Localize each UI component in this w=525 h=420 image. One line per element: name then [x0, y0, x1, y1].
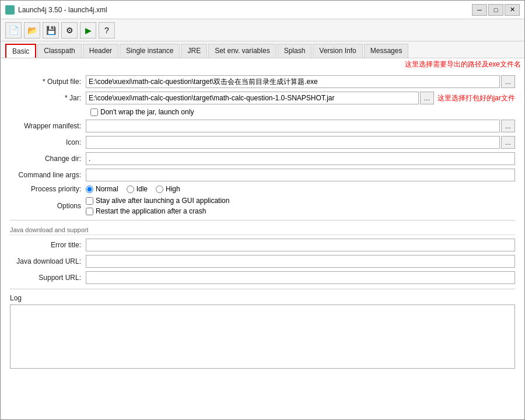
annotation-jar-hint: 这里选择打包好的jar文件: [438, 93, 515, 103]
minimize-button[interactable]: ─: [472, 4, 487, 16]
priority-idle-radio[interactable]: [127, 186, 134, 193]
priority-idle-label[interactable]: Idle: [127, 185, 148, 193]
process-priority-label: Process priority:: [10, 185, 86, 193]
stay-alive-label[interactable]: Stay alive after launching a GUI applica…: [86, 197, 229, 205]
log-textarea[interactable]: [10, 304, 515, 369]
tab-messages[interactable]: Messages: [364, 44, 409, 58]
icon-label: Icon:: [10, 138, 86, 146]
close-button[interactable]: ✕: [505, 4, 520, 16]
window-title: Launch4j 3.50 - launch4j.xml: [18, 6, 107, 14]
options-label: Options: [10, 202, 86, 210]
open-button[interactable]: 📂: [24, 22, 40, 38]
tab-set-env-variables[interactable]: Set env. variables: [208, 44, 276, 58]
java-download-url-input[interactable]: [86, 255, 515, 268]
separator: [10, 220, 515, 220]
toolbar: 📄 📂 💾 ⚙ ▶ ?: [1, 19, 524, 41]
main-content: * Output file: … * Jar: … 这里选择打包好的jar文件 …: [1, 69, 524, 419]
output-file-label: * Output file:: [10, 78, 86, 86]
tab-single-instance[interactable]: Single instance: [120, 44, 180, 58]
settings-button[interactable]: ⚙: [61, 22, 78, 38]
support-url-row: Support URL:: [10, 271, 515, 284]
wrapper-manifest-row: Wrapper manifest: …: [10, 120, 515, 132]
tab-classpath[interactable]: Classpath: [37, 44, 81, 58]
log-label: Log: [10, 294, 515, 302]
jar-input[interactable]: [86, 92, 419, 104]
icon-input[interactable]: [86, 136, 500, 149]
annotation-output-hint: 这里选择需要导出的路径及exe文件名: [1, 58, 524, 69]
jar-label: * Jar:: [10, 94, 86, 102]
save-button[interactable]: 💾: [43, 22, 59, 38]
restart-text: Restart the application after a crash: [96, 207, 206, 215]
priority-high-radio[interactable]: [156, 186, 163, 193]
change-dir-label: Change dir:: [10, 155, 86, 163]
priority-normal-text: Normal: [96, 185, 118, 193]
wrapper-manifest-browse-button[interactable]: …: [501, 120, 515, 132]
maximize-button[interactable]: □: [488, 4, 503, 16]
wrapper-manifest-label: Wrapper manifest:: [10, 122, 86, 130]
stay-alive-checkbox[interactable]: [86, 197, 93, 205]
tab-splash[interactable]: Splash: [278, 44, 312, 58]
dont-wrap-row: Don't wrap the jar, launch only: [90, 108, 515, 116]
tab-jre[interactable]: JRE: [181, 44, 207, 58]
priority-high-text: High: [166, 185, 180, 193]
run-button[interactable]: ▶: [80, 22, 96, 38]
output-file-browse-button[interactable]: …: [501, 75, 515, 88]
priority-normal-radio[interactable]: [86, 186, 93, 193]
title-bar: Launch4j 3.50 - launch4j.xml ─ □ ✕: [1, 1, 524, 19]
error-title-input[interactable]: [86, 239, 515, 251]
change-dir-input[interactable]: [86, 152, 515, 165]
tab-header[interactable]: Header: [83, 44, 118, 58]
output-file-row: * Output file: …: [10, 75, 515, 88]
jar-browse-button[interactable]: …: [420, 92, 434, 104]
priority-high-label[interactable]: High: [156, 185, 180, 193]
icon-browse-button[interactable]: …: [501, 136, 515, 149]
jar-row: * Jar: … 这里选择打包好的jar文件: [10, 92, 515, 104]
output-file-input[interactable]: [86, 75, 500, 88]
process-priority-row: Process priority: Normal Idle High: [10, 185, 515, 193]
support-url-label: Support URL:: [10, 274, 86, 282]
restart-label[interactable]: Restart the application after a crash: [86, 207, 229, 215]
log-section: Log: [10, 294, 515, 370]
tab-version-info[interactable]: Version Info: [313, 44, 362, 58]
java-download-url-row: Java download URL:: [10, 255, 515, 268]
app-icon: [5, 5, 15, 15]
change-dir-row: Change dir:: [10, 152, 515, 165]
restart-checkbox[interactable]: [86, 208, 93, 215]
command-line-args-input[interactable]: [86, 169, 515, 181]
command-line-args-label: Command line args:: [10, 171, 86, 179]
error-title-label: Error title:: [10, 241, 86, 249]
error-title-row: Error title:: [10, 239, 515, 251]
stay-alive-text: Stay alive after launching a GUI applica…: [96, 197, 229, 205]
command-line-args-row: Command line args:: [10, 169, 515, 181]
wrapper-manifest-input[interactable]: [86, 120, 500, 132]
dont-wrap-label[interactable]: Don't wrap the jar, launch only: [100, 108, 194, 116]
title-bar-controls: ─ □ ✕: [472, 4, 520, 16]
priority-idle-text: Idle: [136, 185, 148, 193]
tab-basic[interactable]: Basic: [5, 44, 36, 58]
process-priority-group: Normal Idle High: [86, 185, 180, 193]
separator-2: [10, 289, 515, 289]
icon-row: Icon: …: [10, 136, 515, 149]
new-button[interactable]: 📄: [5, 22, 22, 38]
options-group: Stay alive after launching a GUI applica…: [86, 197, 229, 215]
java-download-url-label: Java download URL:: [10, 257, 86, 265]
dont-wrap-checkbox[interactable]: [90, 108, 98, 116]
help-button[interactable]: ?: [99, 22, 115, 38]
priority-normal-label[interactable]: Normal: [86, 185, 118, 193]
tab-bar: Basic Classpath Header Single instance J…: [1, 41, 524, 58]
support-url-input[interactable]: [86, 271, 515, 284]
java-download-section-title: Java download and support: [10, 226, 515, 235]
options-row: Options Stay alive after launching a GUI…: [10, 197, 515, 215]
